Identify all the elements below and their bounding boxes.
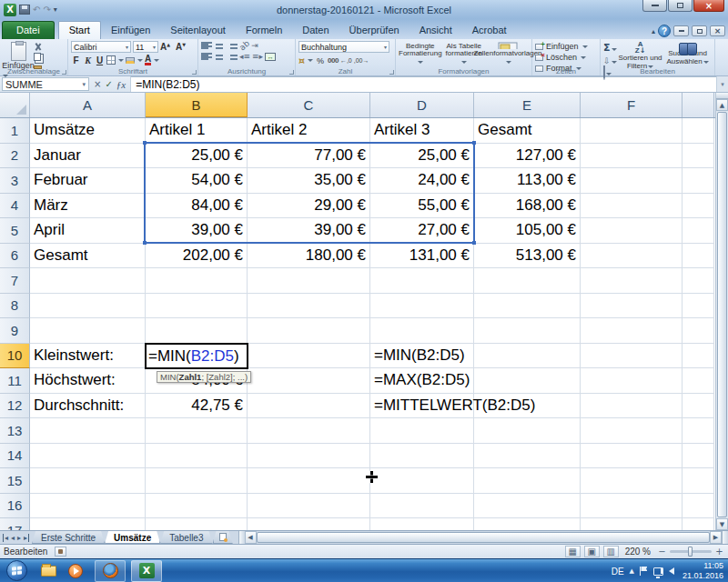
qat-customize-icon[interactable]: ▾ [54, 5, 57, 14]
cell-D5[interactable]: 27,00 € [370, 218, 474, 244]
firefox-taskbar-button[interactable] [95, 560, 126, 582]
font-dialog-launcher[interactable] [192, 70, 197, 75]
tray-expand-icon[interactable]: ▲ [630, 567, 634, 575]
horizontal-scroll-thumb[interactable] [257, 532, 711, 543]
cell-B3[interactable]: 54,00 € [146, 168, 248, 194]
cell-A1[interactable]: Umsätze [30, 118, 146, 144]
alignment-dialog-launcher[interactable] [289, 70, 294, 75]
cell-partial-1[interactable] [682, 118, 714, 144]
cell-A12[interactable]: Durchschnitt: [30, 394, 146, 419]
cell-D2[interactable]: 25,00 € [370, 144, 474, 169]
media-player-taskbar-button[interactable] [62, 560, 89, 582]
row-header-4[interactable]: 4 [0, 194, 30, 219]
cell-D13[interactable] [370, 418, 474, 444]
row-header-12[interactable]: 12 [0, 394, 30, 419]
insert-function-icon[interactable]: ƒx [116, 79, 126, 90]
shrink-font-icon[interactable]: A▼ [176, 42, 189, 52]
collapse-ribbon-icon[interactable]: ▴ [652, 27, 655, 35]
name-box-dropdown-icon[interactable]: ▾ [82, 81, 86, 88]
cell-D17[interactable] [370, 518, 474, 530]
first-sheet-icon[interactable]: ◂ [3, 534, 9, 542]
delete-cells-button[interactable]: Löschen [535, 52, 598, 63]
language-indicator[interactable]: DE [612, 567, 624, 577]
cell-B15[interactable] [146, 468, 248, 494]
prev-sheet-icon[interactable]: ◂ [10, 534, 15, 542]
cell-E16[interactable] [474, 494, 581, 519]
maximize-button[interactable] [668, 0, 693, 12]
cell-F3[interactable] [581, 168, 682, 194]
undo-icon[interactable]: ↶ [33, 5, 40, 15]
horizontal-scrollbar[interactable]: ◀ ▶ [238, 531, 728, 544]
cell-E4[interactable]: 168,00 € [474, 194, 581, 219]
sort-filter-button[interactable]: AZ↓ Sortieren und Filtern [617, 41, 664, 65]
cell-A11[interactable]: Höchstwert: [30, 368, 146, 394]
tab-einfuegen[interactable]: Einfügen [101, 22, 160, 39]
col-header-partial[interactable] [682, 93, 714, 117]
cell-E7[interactable] [474, 268, 581, 294]
cell-A8[interactable] [30, 294, 146, 319]
increase-indent-icon[interactable]: ≡▸ [252, 52, 263, 61]
cell-D1[interactable]: Artikel 3 [370, 118, 474, 144]
cell-C12[interactable] [248, 394, 370, 419]
merge-center-icon[interactable]: ↔ [265, 53, 276, 61]
tab-daten[interactable]: Daten [292, 22, 339, 39]
cell-C1[interactable]: Artikel 2 [248, 118, 370, 144]
scroll-right-icon[interactable]: ▶ [710, 531, 722, 544]
cell-A15[interactable] [30, 468, 146, 494]
cell-C3[interactable]: 35,00 € [248, 168, 370, 194]
close-button[interactable]: × [693, 0, 724, 12]
cell-C10[interactable] [248, 344, 370, 369]
zoom-slider[interactable]: − + [657, 547, 724, 557]
cell-B7[interactable] [146, 268, 248, 294]
cell-D9[interactable] [370, 318, 474, 344]
scroll-left-icon[interactable]: ◀ [245, 531, 257, 544]
col-header-D[interactable]: D [370, 93, 474, 117]
cell-F8[interactable] [581, 294, 682, 319]
cell-C2[interactable]: 77,00 € [248, 144, 370, 169]
align-middle-icon[interactable] [214, 41, 225, 50]
excel-app-icon[interactable]: X [4, 4, 16, 16]
wrap-text-icon[interactable]: ⇥ [251, 41, 258, 50]
cell-partial-4[interactable] [682, 194, 714, 219]
cut-icon[interactable] [34, 43, 42, 51]
cell-B4[interactable]: 84,00 € [146, 194, 248, 219]
cell-E15[interactable] [474, 468, 581, 494]
cell-partial-5[interactable] [682, 218, 714, 244]
row-header-11[interactable]: 11 [0, 368, 30, 394]
cell-E11[interactable] [474, 368, 581, 394]
cell-partial-7[interactable] [682, 268, 714, 294]
cell-A13[interactable] [30, 418, 146, 444]
cell-A7[interactable] [30, 268, 146, 294]
cell-D7[interactable] [370, 268, 474, 294]
cell-partial-15[interactable] [682, 468, 714, 494]
cell-A9[interactable] [30, 318, 146, 344]
scroll-down-icon[interactable]: ▼ [716, 518, 728, 530]
tab-acrobat[interactable]: Acrobat [462, 22, 517, 39]
tab-datei[interactable]: Datei [2, 21, 55, 39]
workbook-restore-button[interactable] [692, 25, 707, 36]
formula-bar-expand-icon[interactable]: ▾ [716, 76, 728, 92]
col-header-C[interactable]: C [248, 93, 370, 117]
cell-D15[interactable] [370, 468, 474, 494]
cell-F17[interactable] [581, 518, 682, 530]
cell-B5[interactable]: 39,00 € [146, 218, 248, 244]
macro-record-icon[interactable] [55, 547, 66, 557]
cell-E9[interactable] [474, 318, 581, 344]
cell-D12[interactable]: =MITTELWERT(B2:D5) [370, 394, 474, 419]
cell-partial-13[interactable] [682, 418, 714, 444]
zoom-out-icon[interactable]: − [657, 547, 667, 557]
select-all-button[interactable] [0, 93, 30, 117]
tab-seitenlayout[interactable]: Seitenlayout [160, 22, 236, 39]
cell-styles-button[interactable]: Zellenformatvorlagen [486, 41, 530, 65]
col-header-B[interactable]: B [146, 93, 248, 117]
cell-C16[interactable] [248, 494, 370, 519]
accounting-format-icon[interactable]: ¤ [298, 55, 305, 66]
borders-icon[interactable] [106, 55, 116, 65]
row-header-13[interactable]: 13 [0, 418, 30, 444]
cell-A16[interactable] [30, 494, 146, 519]
cell-F2[interactable] [581, 144, 682, 169]
cell-C15[interactable] [248, 468, 370, 494]
help-icon[interactable]: ? [658, 25, 671, 37]
cell-E17[interactable] [474, 518, 581, 530]
formula-input[interactable]: =MIN(B2:D5) [131, 76, 716, 92]
